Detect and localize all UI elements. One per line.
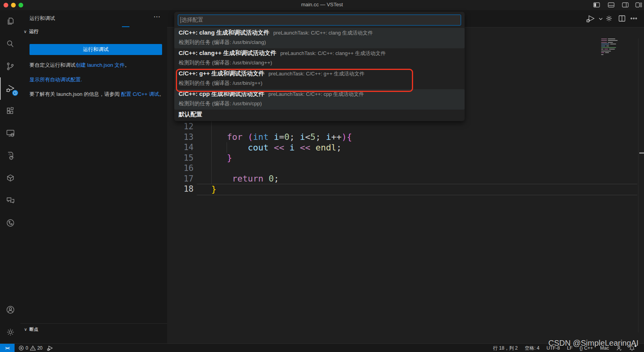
error-count: 0 xyxy=(26,345,28,351)
quick-pick-item-description: preLaunchTask: C/C++: clang++ 生成活动文件 xyxy=(280,50,386,57)
line-number: 14 xyxy=(167,143,194,152)
minimap[interactable] xyxy=(601,38,619,56)
run-section-header[interactable]: ∨运行 xyxy=(24,28,39,35)
quick-pick-list: C/C++: clang 生成和调试活动文件preLaunchTask: C/C… xyxy=(174,28,465,120)
code-line[interactable]: 16 xyxy=(167,163,644,174)
quick-pick-item-detail: 检测到的任务 (编译器: /usr/bin/clang++) xyxy=(179,59,465,69)
cmake-icon[interactable] xyxy=(0,167,20,189)
status-bar: >< 0 20 行 18，列 2空格: 4UTF-8LF{} C++Mac xyxy=(0,343,644,352)
show-auto-configs-link-row: 显示所有自动调试配置. xyxy=(30,76,165,84)
minimap-row xyxy=(601,38,619,39)
progress-bar xyxy=(122,26,129,27)
minimap-row xyxy=(601,52,619,53)
debug-status-icon[interactable] xyxy=(46,345,54,351)
settings-gear-icon[interactable] xyxy=(0,321,20,343)
quick-pick-item-description: preLaunchTask: C/C++: cpp 生成活动文件 xyxy=(268,91,364,98)
chevron-down-icon: ∨ xyxy=(24,29,27,34)
quick-pick-item[interactable]: C/C++: cpp 生成和调试活动文件preLaunchTask: C/C++… xyxy=(174,89,465,110)
quick-pick-input[interactable]: 选择配置 xyxy=(178,15,461,26)
window-title: main.cc — VSTest xyxy=(0,2,644,7)
quick-pick-item-label: C/C++: clang 生成和调试活动文件 xyxy=(179,29,269,37)
quick-pick-item-description: preLaunchTask: C/C++: g++ 生成活动文件 xyxy=(268,70,364,77)
code-text: } xyxy=(211,153,232,163)
minimap-row xyxy=(601,54,619,55)
editor-more-actions-icon[interactable] xyxy=(630,15,638,22)
toggle-primary-sidebar-icon[interactable] xyxy=(593,2,600,8)
cpp-tools-icon[interactable]: C+ xyxy=(0,145,20,167)
customize-layout-icon[interactable] xyxy=(635,2,642,8)
debug-run-menu-icon[interactable] xyxy=(585,15,603,23)
code-line[interactable]: 18} xyxy=(167,184,644,194)
csdn-watermark: CSDN @SimpleLearingAI xyxy=(548,339,638,348)
quick-pick-item[interactable]: 默认配置 xyxy=(174,110,465,120)
run-and-debug-panel: 运行和调试 ⋯ ∨运行 运行和调试 要自定义运行和调试创建 launch.jso… xyxy=(20,10,168,343)
code-line[interactable]: 15 } xyxy=(167,153,644,163)
scrollbar-marker[interactable] xyxy=(639,152,644,154)
code-line[interactable]: 12 xyxy=(167,121,644,132)
configure-cpp-debug-link[interactable]: 配置 C/C++ 调试 xyxy=(121,91,159,97)
extensions-icon[interactable] xyxy=(0,100,20,122)
quick-pick-item-description: preLaunchTask: C/C++: clang 生成活动文件 xyxy=(273,29,373,37)
warning-count: 20 xyxy=(37,345,42,351)
line-number: 17 xyxy=(167,174,194,183)
remote-explorer-icon[interactable] xyxy=(0,122,20,145)
references-icon[interactable] xyxy=(0,212,20,234)
quick-pick-item-detail: 检测到的任务 (编译器: /usr/bin/cpp) xyxy=(179,100,465,110)
svg-text:C+: C+ xyxy=(9,153,12,156)
toggle-secondary-sidebar-icon[interactable] xyxy=(622,2,629,8)
remote-indicator[interactable]: >< xyxy=(0,344,15,352)
toggle-panel-icon[interactable] xyxy=(608,2,614,8)
explorer-icon[interactable] xyxy=(0,10,20,33)
run-and-debug-icon[interactable] xyxy=(0,77,20,100)
activity-bar: C+ xyxy=(0,10,20,343)
quick-pick-item[interactable]: C/C++: clang++ 生成和调试活动文件preLaunchTask: C… xyxy=(174,48,465,69)
title-bar: main.cc — VSTest xyxy=(0,0,644,11)
minimap-row xyxy=(601,44,619,44)
split-editor-icon[interactable] xyxy=(618,15,626,22)
quick-pick-item[interactable]: C/C++: clang 生成和调试活动文件preLaunchTask: C/C… xyxy=(174,28,465,48)
minimap-row xyxy=(601,51,619,51)
show-all-auto-debug-configs-link[interactable]: 显示所有自动调试配置. xyxy=(30,77,82,82)
minimap-row xyxy=(601,47,619,48)
source-control-icon[interactable] xyxy=(0,55,20,77)
line-number: 12 xyxy=(167,122,194,131)
code-line[interactable]: 14 cout << i << endl; xyxy=(167,142,644,153)
minimap-row xyxy=(601,40,619,41)
warning-icon xyxy=(30,345,36,351)
status-item[interactable]: 空格: 4 xyxy=(521,345,543,352)
line-number: 16 xyxy=(167,163,194,173)
launch-json-info-text: 要了解有关 launch.json 的信息，请参阅 配置 C/C++ 调试。 xyxy=(30,90,165,98)
minimap-row xyxy=(601,42,619,43)
account-icon[interactable] xyxy=(0,299,20,321)
quick-pick-item-label: 默认配置 xyxy=(179,111,202,118)
code-text: cout << i << endl; xyxy=(211,143,341,152)
code-lines[interactable]: 1213 for (int i=0; i<5; i++){14 cout << … xyxy=(167,121,644,194)
search-icon[interactable] xyxy=(0,33,20,55)
quick-pick-placeholder: 选择配置 xyxy=(181,16,203,24)
chevron-down-icon: ∨ xyxy=(24,327,27,332)
panel-more-actions-icon[interactable]: ⋯ xyxy=(153,13,160,21)
quick-pick-item-detail: 检测到的任务 (编译器: /usr/bin/clang) xyxy=(179,39,465,48)
code-line[interactable]: 17 return 0; xyxy=(167,174,644,184)
quick-pick-item[interactable]: C/C++: g++ 生成和调试活动文件preLaunchTask: C/C++… xyxy=(174,69,465,89)
problems-indicator[interactable]: 0 20 xyxy=(18,345,42,351)
line-number: 18 xyxy=(167,184,194,194)
error-icon xyxy=(18,345,24,351)
quick-pick-item-detail: 检测到的任务 (编译器: /usr/bin/g++) xyxy=(179,80,465,89)
quick-pick-item-label: C/C++: g++ 生成和调试活动文件 xyxy=(179,70,264,77)
code-text: } xyxy=(211,184,216,194)
overview-ruler xyxy=(638,38,638,332)
code-line[interactable]: 13 for (int i=0; i<5; i++){ xyxy=(167,132,644,143)
editor-settings-gear-icon[interactable] xyxy=(605,15,613,22)
run-and-debug-button[interactable]: 运行和调试 xyxy=(30,44,162,55)
line-number: 15 xyxy=(167,153,194,163)
quick-pick-widget: 选择配置 C/C++: clang 生成和调试活动文件preLaunchTask… xyxy=(174,12,465,121)
create-launch-json-link[interactable]: 创建 launch.json 文件 xyxy=(76,62,125,68)
quick-pick-item-label: C/C++: clang++ 生成和调试活动文件 xyxy=(179,50,276,57)
comments-icon[interactable] xyxy=(0,189,20,212)
status-item[interactable]: 行 18，列 2 xyxy=(489,345,521,352)
debug-clock-badge xyxy=(12,90,18,96)
code-text: return 0; xyxy=(211,174,279,183)
line-number: 13 xyxy=(167,132,194,142)
breakpoints-section-header[interactable]: ∨断点 xyxy=(20,323,167,335)
